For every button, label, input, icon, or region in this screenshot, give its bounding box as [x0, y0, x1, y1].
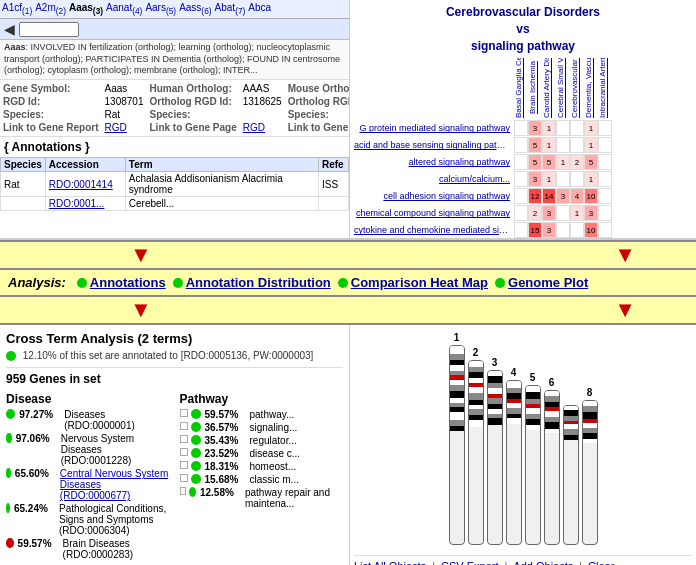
heatmap-cell-5-3 — [556, 205, 570, 221]
analysis-link-heatmap[interactable]: Comparison Heat Map — [351, 275, 488, 290]
list-all-objects-link[interactable]: List All Objects — [354, 560, 426, 565]
chr-body-2[interactable] — [487, 370, 503, 545]
link-gene-report-link[interactable]: RGD — [105, 122, 127, 133]
bullet-p4 — [191, 448, 201, 458]
genome-links: List All Objects | CSV Export | Add Obje… — [354, 555, 692, 565]
chr-body-3[interactable] — [506, 380, 522, 545]
gene-description: Aaas: INVOLVED IN fertilization (ortholo… — [0, 40, 349, 80]
heatmap-col-1[interactable]: Basal Ganglia Cerebrovascu — [514, 58, 528, 118]
chr-body-7[interactable] — [582, 400, 598, 545]
annotations-accession-1[interactable]: RDO:0001414 — [49, 179, 113, 190]
genes-count: 959 Genes in set — [6, 367, 343, 386]
csv-export-link[interactable]: CSV Export — [441, 560, 498, 565]
species-label: Species: — [0, 108, 102, 121]
heatmap-cell-6-5: 10 — [584, 222, 598, 238]
heatmap-row-label-6[interactable]: cytokine and chemokine mediated signalin — [354, 225, 514, 235]
heatmap-col-2[interactable]: Brain Ischemia — [528, 58, 542, 118]
gene-tab-a2m[interactable]: A2m(2) — [35, 2, 66, 16]
genome-plot-area: 1234568 — [354, 329, 692, 549]
gene-browser-panel: A1cf(1) A2m(2) Aaas(3) Aanat(4) Aars(5) … — [0, 0, 350, 238]
gene-tab-a1cf[interactable]: A1cf(1) — [2, 2, 32, 16]
chromosome-8: 8 — [582, 387, 598, 545]
heatmap-cell-4-2: 14 — [542, 188, 556, 204]
pathway-header: Pathway — [180, 392, 344, 406]
gene-search-input[interactable] — [19, 22, 79, 37]
heatmap-cell-0-1: 3 — [528, 120, 542, 136]
disease-pct-1: 97.27% — [19, 409, 64, 420]
top-arrow-left: ▼ — [130, 242, 152, 268]
analysis-link-genome[interactable]: Genome Plot — [508, 275, 588, 290]
heatmap-cell-1-5: 1 — [584, 137, 598, 153]
disease-pct-2: 97.06% — [16, 433, 61, 444]
dot-heatmap — [338, 278, 348, 288]
gene-tab-abca[interactable]: Abca — [248, 2, 271, 16]
gene-tab-aass[interactable]: Aass(6) — [179, 2, 211, 16]
heatmap-row-label-3[interactable]: calcium/calcium... — [354, 174, 514, 184]
annotations-accession-2[interactable]: RDO:0001... — [49, 198, 105, 209]
heatmap-panel: Cerebrovascular Disordersvssignaling pat… — [350, 0, 696, 238]
disease-pct-3: 65.60% — [15, 468, 60, 479]
heatmap-cell-2-0 — [514, 154, 528, 170]
chr-body-5[interactable] — [544, 390, 560, 545]
heatmap-cell-1-4 — [570, 137, 584, 153]
heatmap-col-5[interactable]: Cerebrovascular Trauma — [570, 58, 584, 118]
annotations-term-2: Cerebell... — [125, 197, 318, 211]
mouse-ortholog-rgd-label: Ortholog RGD Id: — [285, 95, 350, 108]
cross-term-panel: Cross Term Analysis (2 terms) 12.10% of … — [0, 325, 350, 565]
disease-name-4: Pathological Conditions, Signs and Sympt… — [59, 503, 170, 536]
heatmap-cell-5-0 — [514, 205, 528, 221]
link-gene-report-label: Link to Gene Report — [0, 121, 102, 134]
link-gene-page-link[interactable]: RGD — [243, 122, 265, 133]
heatmap-row-label-1[interactable]: acid and base sensing signaling pathway — [354, 140, 514, 150]
gene-tab-aanat[interactable]: Aanat(4) — [106, 2, 142, 16]
chr-body-4[interactable] — [525, 385, 541, 545]
pathway-item-7: 12.58% pathway repair and maintena... — [180, 487, 344, 509]
bullet-p5 — [191, 461, 201, 471]
ortholog-rgd-value: 1318625 — [240, 95, 285, 108]
annotations-ref-2 — [319, 197, 349, 211]
heatmap-title: Cerebrovascular Disordersvssignaling pat… — [354, 4, 692, 54]
heatmap-cell-1-2: 1 — [542, 137, 556, 153]
heatmap-cell-3-4 — [570, 171, 584, 187]
bullet-p1 — [191, 409, 201, 419]
heatmap-cell-1-0 — [514, 137, 528, 153]
heatmap-row-label-5[interactable]: chemical compound signaling pathway — [354, 208, 514, 218]
bottom-arrow-right: ▼ — [614, 297, 636, 323]
heatmap-col-6[interactable]: Dementia, Vascular — [584, 58, 598, 118]
nav-back-arrow[interactable]: ◀ — [4, 21, 15, 37]
heatmap-cell-0-2: 1 — [542, 120, 556, 136]
analysis-link-distribution[interactable]: Annotation Distribution — [186, 275, 331, 290]
bottom-arrow-left: ▼ — [130, 297, 152, 323]
heatmap-cell-4-6 — [598, 188, 612, 204]
chr-band — [583, 412, 597, 419]
chr-body-6[interactable] — [563, 405, 579, 545]
pathway-pct-3: 35.43% — [205, 435, 250, 446]
gene-tab-aaas[interactable]: Aaas(3) — [69, 2, 103, 16]
gene-tab-abat[interactable]: Abat(7) — [215, 2, 246, 16]
chr-band — [450, 426, 464, 431]
bullet-info — [6, 351, 16, 361]
clear-link[interactable]: Clear — [588, 560, 614, 565]
heatmap-col-7[interactable]: Intracranial Arterial Dise — [598, 58, 612, 118]
mouse-ortholog-label: Mouse Ortholog: — [285, 82, 350, 95]
add-objects-link[interactable]: Add Objects — [513, 560, 573, 565]
heatmap-row-label-0[interactable]: G protein mediated signaling pathway — [354, 123, 514, 133]
heatmap-col-4[interactable]: Cerebral Small Vessel Dise — [556, 58, 570, 118]
analysis-link-annotations[interactable]: Annotations — [90, 275, 166, 290]
analysis-label: Analysis: — [8, 275, 66, 290]
pathway-item-3: 35.43% regulator... — [180, 435, 344, 446]
heatmap-row-label-4[interactable]: cell adhesion signaling pathway — [354, 191, 514, 201]
chr-body-1[interactable] — [468, 360, 484, 545]
heatmap-cell-2-6 — [598, 154, 612, 170]
chr-body-0[interactable] — [449, 345, 465, 545]
gene-tabs: A1cf(1) A2m(2) Aaas(3) Aanat(4) Aars(5) … — [0, 0, 349, 19]
heatmap-cell-3-3 — [556, 171, 570, 187]
heatmap-row-label-2[interactable]: altered signaling pathway — [354, 157, 514, 167]
heatmap-rows: G protein mediated signaling pathway311a… — [354, 120, 612, 238]
gene-tab-aars[interactable]: Aars(5) — [145, 2, 176, 16]
heatmap-cell-3-0 — [514, 171, 528, 187]
heatmap-cell-4-0 — [514, 188, 528, 204]
heatmap-col-3[interactable]: Carotid Artery Disease — [542, 58, 556, 118]
pathway-pct-6: 15.68% — [205, 474, 250, 485]
chromosome-4: 4 — [506, 367, 522, 545]
